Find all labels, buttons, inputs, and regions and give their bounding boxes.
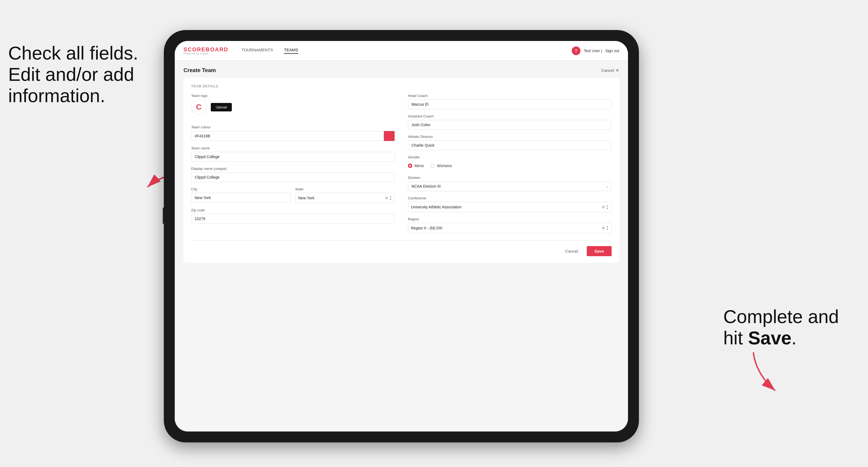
city-group: City xyxy=(191,187,291,203)
display-name-label: Display name (unique) xyxy=(191,166,395,171)
state-label: State xyxy=(295,187,395,191)
signout-button[interactable]: Sign out xyxy=(605,49,619,53)
arrow-right-icon xyxy=(748,347,803,396)
division-label: Division xyxy=(408,176,612,180)
radio-mens[interactable]: Mens xyxy=(408,164,424,168)
head-coach-input[interactable] xyxy=(408,99,612,109)
state-group: State New York ✕ ▲ ▼ xyxy=(295,187,395,203)
team-name-label: Team name xyxy=(191,146,395,150)
cancel-header-button[interactable]: Cancel ✕ xyxy=(601,68,619,73)
display-name-input[interactable] xyxy=(191,172,395,182)
athletic-director-input[interactable] xyxy=(408,141,612,150)
team-name-group: Team name xyxy=(191,146,395,162)
team-name-input[interactable] xyxy=(191,152,395,162)
avatar: T xyxy=(572,46,581,55)
nav-username: Test User | xyxy=(584,49,602,53)
page-header: Create Team Cancel ✕ xyxy=(184,67,619,73)
city-input[interactable] xyxy=(191,193,291,203)
head-coach-label: Head Coach xyxy=(408,94,612,98)
radio-womens-dot xyxy=(430,164,435,168)
zip-input[interactable] xyxy=(191,214,395,224)
close-icon: ✕ xyxy=(616,68,619,73)
division-select-wrapper[interactable]: NCAA Division III xyxy=(408,181,612,191)
state-select-wrapper[interactable]: New York ✕ ▲ ▼ xyxy=(295,193,395,203)
head-coach-group: Head Coach xyxy=(408,94,612,109)
team-logo-group: Team logo C Upload xyxy=(191,94,395,120)
save-button[interactable]: Save xyxy=(587,246,612,256)
tablet-screen: SCOREBOARD Powered by clippd TOURNAMENTS… xyxy=(175,41,628,432)
conference-value: University Athletic Association xyxy=(411,205,601,209)
radio-womens-label: Womens xyxy=(437,164,452,168)
navbar: SCOREBOARD Powered by clippd TOURNAMENTS… xyxy=(175,41,628,61)
annotation-line2: Edit and/or add xyxy=(8,64,150,85)
team-colour-group: Team colour xyxy=(191,125,395,141)
cancel-button[interactable]: Cancel xyxy=(561,247,582,256)
conference-arrows: ▲ ▼ xyxy=(606,205,609,210)
radio-group: Mens Womens xyxy=(408,161,612,171)
tablet-container: SCOREBOARD Powered by clippd TOURNAMENTS… xyxy=(164,30,639,442)
app-logo: SCOREBOARD xyxy=(184,47,228,52)
zip-label: Zip code xyxy=(191,208,395,212)
city-label: City xyxy=(191,187,291,191)
radio-mens-dot xyxy=(408,164,412,168)
nav-tournaments[interactable]: TOURNAMENTS xyxy=(241,48,273,54)
gender-label: Gender xyxy=(408,155,612,159)
zip-code-group: Zip code xyxy=(191,208,395,224)
page-content: Create Team Cancel ✕ TEAM DETAILS Team l… xyxy=(175,61,628,432)
annotation-right: Complete and hit Save. xyxy=(723,306,854,348)
conference-group: Conference University Athletic Associati… xyxy=(408,196,612,212)
radio-womens[interactable]: Womens xyxy=(430,164,452,168)
region-group: Region Region II - (M) DIII ✕ ▲ ▼ xyxy=(408,217,612,233)
nav-links: TOURNAMENTS TEAMS xyxy=(241,48,572,54)
annotation-right-line2: hit Save. xyxy=(723,327,854,348)
team-colour-label: Team colour xyxy=(191,125,395,129)
logo-area: SCOREBOARD Powered by clippd xyxy=(184,47,228,55)
region-value: Region II - (M) DIII xyxy=(411,226,601,230)
state-arrows: ▲ ▼ xyxy=(390,195,392,201)
upload-button[interactable]: Upload xyxy=(211,103,232,112)
state-value: New York xyxy=(298,196,385,200)
form-card: TEAM DETAILS Team logo C Upload xyxy=(184,78,619,263)
region-label: Region xyxy=(408,217,612,221)
color-input-row xyxy=(191,131,395,141)
radio-mens-label: Mens xyxy=(414,164,424,168)
annotation-right-line1: Complete and xyxy=(723,306,854,327)
logo-subtitle: Powered by clippd xyxy=(184,52,228,55)
nav-right: T Test User | Sign out xyxy=(572,46,619,55)
conference-label: Conference xyxy=(408,196,612,200)
logo-upload-area: C Upload xyxy=(191,99,395,115)
annotation-left: Check all fields. Edit and/or add inform… xyxy=(8,42,150,106)
assistant-coach-input[interactable] xyxy=(408,120,612,130)
city-state-row: City State New York ✕ ▲ ▼ xyxy=(191,187,395,203)
page-title: Create Team xyxy=(184,67,216,73)
form-right: Head Coach Assistant Coach Athletic Dire… xyxy=(408,94,612,238)
region-clear-icon[interactable]: ✕ xyxy=(601,225,605,231)
display-name-group: Display name (unique) xyxy=(191,166,395,182)
form-footer: Cancel Save xyxy=(191,240,612,256)
state-clear-icon[interactable]: ✕ xyxy=(385,195,388,201)
logo-preview: C xyxy=(191,99,207,115)
annotation-line1: Check all fields. xyxy=(8,42,150,64)
division-group: Division NCAA Division III xyxy=(408,176,612,191)
form-grid: Team logo C Upload Team colour xyxy=(191,94,612,238)
nav-teams[interactable]: TEAMS xyxy=(284,48,298,54)
division-select[interactable]: NCAA Division III xyxy=(408,181,612,191)
assistant-coach-group: Assistant Coach xyxy=(408,114,612,130)
conference-select-wrapper[interactable]: University Athletic Association ✕ ▲ ▼ xyxy=(408,202,612,212)
athletic-director-label: Athletic Director xyxy=(408,135,612,139)
athletic-director-group: Athletic Director xyxy=(408,135,612,150)
annotation-line3: information. xyxy=(8,85,150,106)
section-label: TEAM DETAILS xyxy=(191,84,612,88)
region-select-wrapper[interactable]: Region II - (M) DIII ✕ ▲ ▼ xyxy=(408,223,612,233)
color-swatch[interactable] xyxy=(384,131,395,141)
assistant-coach-label: Assistant Coach xyxy=(408,114,612,118)
region-arrows: ▲ ▼ xyxy=(606,225,609,231)
team-logo-label: Team logo xyxy=(191,94,395,98)
gender-group: Gender Mens Womens xyxy=(408,155,612,171)
form-left: Team logo C Upload Team colour xyxy=(191,94,395,238)
conference-clear-icon[interactable]: ✕ xyxy=(601,205,605,210)
team-colour-input[interactable] xyxy=(191,131,384,141)
